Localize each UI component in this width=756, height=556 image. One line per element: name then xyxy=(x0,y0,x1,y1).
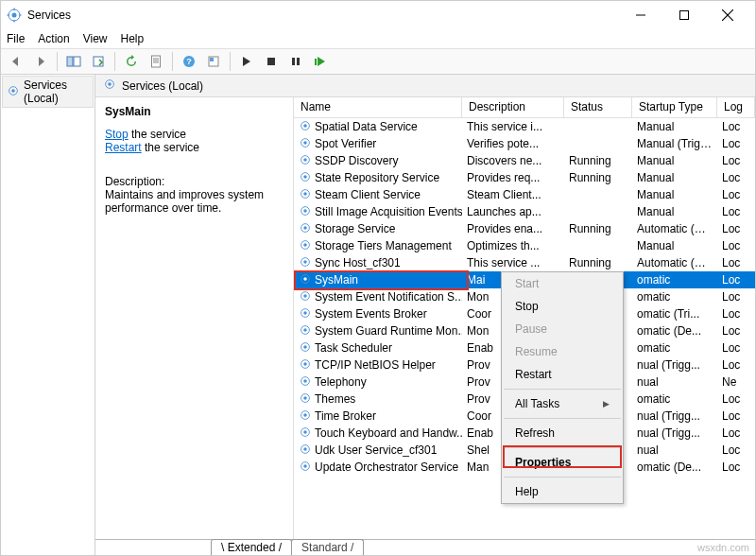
gear-icon xyxy=(103,78,116,94)
forward-button[interactable] xyxy=(29,51,52,72)
menu-help[interactable]: Help xyxy=(121,32,145,45)
ctx-resume[interactable]: Resume xyxy=(502,340,623,363)
ctx-start[interactable]: Start xyxy=(502,272,623,295)
ctx-properties[interactable]: Properties xyxy=(502,451,623,474)
cell-description: This service i... xyxy=(462,120,564,133)
ctx-pause[interactable]: Pause xyxy=(502,318,623,340)
tab-standard[interactable]: Standard / xyxy=(291,539,364,555)
show-hide-tree-button[interactable] xyxy=(62,51,85,72)
ctx-restart[interactable]: Restart xyxy=(502,363,623,386)
gear-icon xyxy=(299,136,312,152)
svg-point-58 xyxy=(303,362,307,366)
service-row[interactable]: Storage Tiers ManagementOptimizes th...M… xyxy=(294,237,755,254)
col-name[interactable]: Name xyxy=(294,97,462,117)
ctx-stop[interactable]: Stop xyxy=(502,295,623,318)
service-row[interactable]: Storage ServiceProvides ena...RunningAut… xyxy=(294,220,755,237)
cell-logon: Loc xyxy=(717,171,755,184)
close-button[interactable] xyxy=(706,2,749,28)
service-row[interactable]: Spot VerifierVerifies pote...Manual (Tri… xyxy=(294,135,755,152)
svg-point-60 xyxy=(303,379,307,383)
stop-service-link[interactable]: Stop xyxy=(105,128,129,141)
cell-name: Udk User Service_cf301 xyxy=(294,443,462,459)
cell-description: Launches ap... xyxy=(462,205,564,218)
ctx-all-tasks[interactable]: All Tasks▶ xyxy=(502,392,623,415)
service-row[interactable]: Still Image Acquisition EventsLaunches a… xyxy=(294,203,755,220)
cell-logon: Loc xyxy=(717,460,755,474)
svg-rect-7 xyxy=(680,11,689,20)
svg-point-66 xyxy=(303,430,307,434)
cell-logon: Loc xyxy=(717,188,755,201)
pause-service-button[interactable] xyxy=(284,51,307,72)
stop-link-line: Stop the service xyxy=(105,128,284,141)
col-description[interactable]: Description xyxy=(462,97,564,117)
cell-name: Spot Verifier xyxy=(294,136,462,152)
service-row[interactable]: Spatial Data ServiceThis service i...Man… xyxy=(294,118,755,135)
svg-point-48 xyxy=(303,277,307,281)
gear-icon xyxy=(299,204,312,220)
back-button[interactable] xyxy=(5,51,27,72)
cell-startup: omatic (De... xyxy=(632,324,717,338)
gear-icon xyxy=(299,374,312,391)
start-service-button[interactable] xyxy=(235,51,258,72)
export-list-button[interactable] xyxy=(87,51,110,72)
pane-title: Services (Local) xyxy=(122,79,203,93)
stop-service-button[interactable] xyxy=(260,51,283,72)
svg-rect-11 xyxy=(74,57,80,66)
cell-description: Steam Client... xyxy=(462,188,564,201)
tree-pane: Services (Local) xyxy=(1,75,95,555)
cell-description: Provides ena... xyxy=(462,222,564,235)
ctx-separator xyxy=(504,389,621,390)
minimize-button[interactable] xyxy=(619,2,662,28)
ctx-separator xyxy=(504,447,621,448)
restart-service-button[interactable] xyxy=(309,51,332,72)
description-text: Maintains and improves system performanc… xyxy=(105,188,284,215)
svg-point-56 xyxy=(303,345,307,349)
help-button[interactable]: ? xyxy=(178,51,200,72)
titlebar: Services xyxy=(1,1,755,29)
tab-strip: \ Extended / Standard / xyxy=(95,539,755,555)
cell-logon: Loc xyxy=(717,239,755,252)
col-status[interactable]: Status xyxy=(564,97,632,117)
ctx-refresh[interactable]: Refresh xyxy=(502,422,623,444)
gear-icon xyxy=(299,221,312,237)
refresh-button[interactable] xyxy=(120,51,143,72)
menu-view[interactable]: View xyxy=(83,32,108,45)
properties-button[interactable] xyxy=(145,51,167,72)
context-menu: Start Stop Pause Resume Restart All Task… xyxy=(501,271,624,504)
svg-point-62 xyxy=(303,396,307,400)
cell-startup: Manual xyxy=(632,120,717,133)
service-row[interactable]: Steam Client ServiceSteam Client...Manua… xyxy=(294,186,755,203)
service-row[interactable]: Sync Host_cf301This service ...RunningAu… xyxy=(294,254,755,271)
svg-rect-20 xyxy=(210,58,214,61)
service-row[interactable]: SSDP DiscoveryDiscovers ne...RunningManu… xyxy=(294,152,755,169)
svg-point-50 xyxy=(303,294,307,298)
gear-icon xyxy=(299,289,312,305)
cell-startup: Manual xyxy=(632,239,717,252)
cell-startup: Manual (Trigg... xyxy=(632,137,717,150)
detail-panel: SysMain Stop the service Restart the ser… xyxy=(95,97,293,539)
cell-startup: Manual xyxy=(632,171,717,184)
svg-point-32 xyxy=(303,141,307,145)
ctx-help[interactable]: Help xyxy=(502,480,623,503)
cell-name: State Repository Service xyxy=(294,170,462,186)
help-topics-button[interactable] xyxy=(202,51,225,72)
svg-point-28 xyxy=(108,82,112,86)
svg-point-36 xyxy=(303,175,307,179)
gear-icon xyxy=(299,272,312,288)
cell-name: Telephony xyxy=(294,374,462,391)
cell-logon: Loc xyxy=(717,290,755,304)
cell-logon: Ne xyxy=(717,375,755,389)
cell-status: Running xyxy=(564,154,632,167)
window-controls xyxy=(619,2,749,28)
menu-file[interactable]: File xyxy=(7,32,25,45)
restart-service-link[interactable]: Restart xyxy=(105,141,142,154)
maximize-button[interactable] xyxy=(662,2,706,28)
tree-item-label: Services (Local) xyxy=(24,78,89,105)
service-row[interactable]: State Repository ServiceProvides req...R… xyxy=(294,169,755,186)
col-startup-type[interactable]: Startup Type xyxy=(632,97,717,117)
tab-extended[interactable]: \ Extended / xyxy=(211,539,292,555)
col-logon[interactable]: Log xyxy=(717,97,755,117)
menu-action[interactable]: Action xyxy=(38,32,69,45)
tree-item-services-local[interactable]: Services (Local) xyxy=(2,76,94,108)
restart-link-line: Restart the service xyxy=(105,141,284,154)
